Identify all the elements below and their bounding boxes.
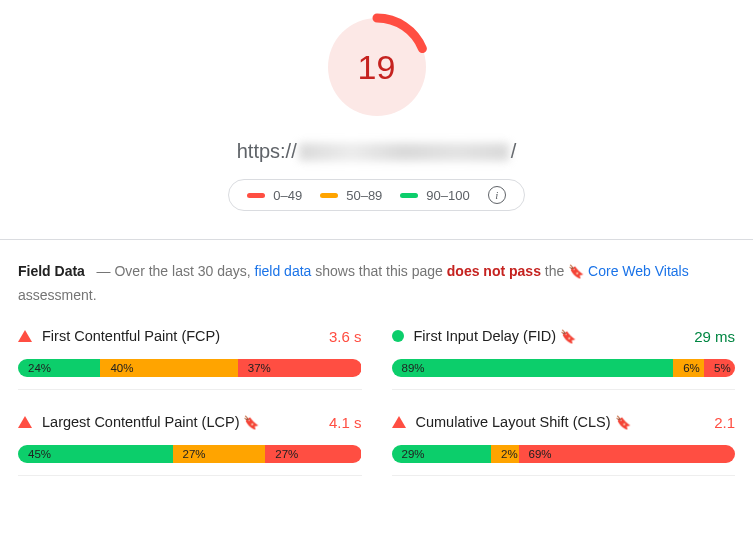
field-data-link[interactable]: field data (255, 263, 312, 279)
metric-value: 4.1 s (329, 414, 362, 431)
legend-poor: 0–49 (247, 188, 302, 203)
legend-good: 90–100 (400, 188, 469, 203)
triangle-icon (392, 416, 406, 428)
core-web-vitals-link[interactable]: Core Web Vitals (588, 263, 689, 279)
distribution-bar: 24% 40% 37% (18, 359, 362, 377)
metric-fid[interactable]: First Input Delay (FID) 🔖 29 ms 89% 6% 5… (392, 328, 736, 390)
triangle-icon (18, 330, 32, 342)
page-url: https:// / (237, 140, 517, 163)
metric-value: 2.1 (714, 414, 735, 431)
info-icon[interactable]: i (488, 186, 506, 204)
metric-fcp[interactable]: First Contentful Paint (FCP) 3.6 s 24% 4… (18, 328, 362, 390)
url-redacted (299, 143, 509, 161)
metric-name: Cumulative Layout Shift (CLS) 🔖 (416, 414, 705, 430)
field-data-summary: Field Data — Over the last 30 days, fiel… (18, 260, 735, 308)
distribution-bar: 89% 6% 5% (392, 359, 736, 377)
url-suffix: / (511, 140, 517, 163)
circle-icon (392, 330, 404, 342)
bookmark-icon: 🔖 (243, 415, 259, 430)
triangle-icon (18, 416, 32, 428)
bookmark-icon: 🔖 (568, 264, 584, 279)
distribution-bar: 45% 27% 27% (18, 445, 362, 463)
metric-name: First Contentful Paint (FCP) (42, 328, 319, 344)
metric-value: 29 ms (694, 328, 735, 345)
score-gauge: 19 (322, 12, 432, 122)
metric-lcp[interactable]: Largest Contentful Paint (LCP) 🔖 4.1 s 4… (18, 414, 362, 476)
bookmark-icon: 🔖 (615, 415, 631, 430)
field-data-label: Field Data (18, 263, 85, 279)
legend-average: 50–89 (320, 188, 382, 203)
distribution-bar: 29% 2% 69% (392, 445, 736, 463)
url-prefix: https:// (237, 140, 297, 163)
metric-cls[interactable]: Cumulative Layout Shift (CLS) 🔖 2.1 29% … (392, 414, 736, 476)
assessment-fail: does not pass (447, 263, 541, 279)
metric-value: 3.6 s (329, 328, 362, 345)
score-legend: 0–49 50–89 90–100 i (228, 179, 524, 211)
bookmark-icon: 🔖 (560, 329, 576, 344)
score-value: 19 (322, 12, 432, 122)
metric-name: Largest Contentful Paint (LCP) 🔖 (42, 414, 319, 430)
metric-name: First Input Delay (FID) 🔖 (414, 328, 685, 344)
